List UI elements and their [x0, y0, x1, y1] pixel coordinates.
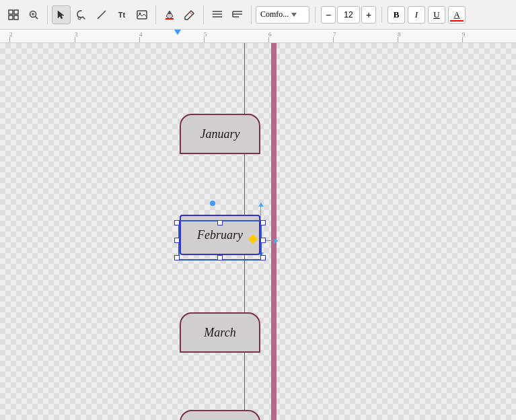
shape-january[interactable]: January: [180, 114, 260, 154]
list-icon[interactable]: [228, 5, 247, 24]
february-label: February: [197, 228, 243, 242]
handle-bl[interactable]: [174, 255, 180, 260]
resize-arrow-vertical: [260, 203, 261, 256]
select-all-icon[interactable]: [4, 5, 23, 24]
line-icon[interactable]: [92, 5, 111, 24]
font-name-label: Comfo...: [260, 9, 289, 20]
font-dropdown[interactable]: Comfo...: [256, 6, 309, 24]
pink-bar: [271, 43, 277, 420]
lasso-icon[interactable]: [72, 5, 91, 24]
shape-february[interactable]: February: [180, 215, 260, 255]
font-size-area: − +: [321, 6, 376, 24]
rotation-handle[interactable]: [210, 201, 215, 206]
separator-1: [315, 7, 316, 23]
font-color-button[interactable]: A: [448, 6, 466, 24]
svg-line-13: [190, 12, 192, 15]
handle-ml[interactable]: [174, 238, 180, 243]
paragraph-icon[interactable]: [208, 5, 227, 24]
canvas-area[interactable]: January February March April: [0, 43, 516, 420]
fill-icon[interactable]: [160, 5, 179, 24]
text-icon[interactable]: Tt: [112, 5, 131, 24]
separator-2: [381, 7, 382, 23]
svg-line-9: [98, 11, 106, 19]
bold-button[interactable]: B: [388, 6, 405, 24]
svg-rect-10: [137, 11, 147, 19]
tool-group-3: [160, 5, 204, 24]
image-icon[interactable]: [133, 5, 151, 24]
font-size-input[interactable]: [337, 6, 360, 24]
handle-tl[interactable]: [174, 220, 180, 225]
january-label: January: [200, 127, 240, 141]
shape-march[interactable]: March: [180, 312, 260, 353]
handle-tr[interactable]: [260, 220, 266, 225]
font-size-decrease-button[interactable]: −: [321, 6, 336, 24]
handle-bm[interactable]: [217, 255, 223, 260]
shape-april[interactable]: April: [180, 410, 260, 420]
italic-button[interactable]: I: [408, 6, 425, 24]
zoom-icon[interactable]: [24, 5, 43, 24]
svg-rect-2: [9, 15, 13, 20]
svg-line-5: [36, 16, 38, 19]
font-size-increase-button[interactable]: +: [361, 6, 376, 24]
toolbar: Tt: [0, 0, 516, 30]
march-label: March: [204, 326, 235, 340]
pointer-icon[interactable]: [52, 5, 71, 24]
tool-group-2: Tt: [52, 5, 156, 24]
underline-button[interactable]: U: [428, 6, 445, 24]
svg-rect-1: [14, 10, 18, 14]
ruler-canvas: 2 3 4 5 6 7 8 9: [0, 30, 516, 42]
ruler-marker: [174, 30, 181, 35]
pen-icon[interactable]: [180, 5, 199, 24]
svg-rect-0: [9, 10, 13, 14]
chevron-down-icon: [291, 13, 297, 17]
svg-rect-12: [165, 18, 174, 20]
ruler: 2 3 4 5 6 7 8 9: [0, 30, 516, 43]
svg-rect-3: [14, 15, 18, 20]
tool-group-1: [4, 5, 48, 24]
tool-group-4: [208, 5, 252, 24]
